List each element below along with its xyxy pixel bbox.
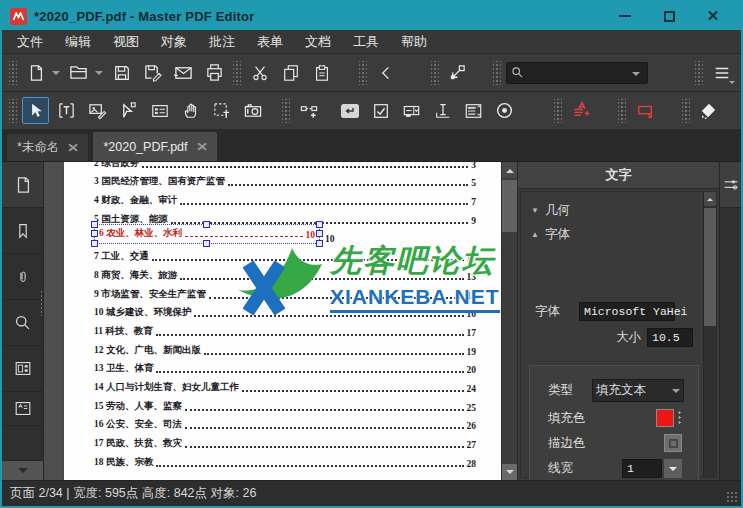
toolbar-grip[interactable] <box>9 99 17 123</box>
panel-scrollbar-thumb[interactable] <box>704 208 716 326</box>
select-area-tool-button[interactable] <box>208 97 235 124</box>
close-button[interactable]: ✕ <box>691 4 735 28</box>
line-width-field[interactable]: 1 <box>622 459 662 478</box>
menu-item[interactable]: 编辑 <box>54 30 102 53</box>
checkbox-tool-button[interactable] <box>367 97 394 124</box>
toolbar-grip[interactable] <box>682 99 690 123</box>
toolbar-grip[interactable] <box>431 61 439 85</box>
new-document-button[interactable] <box>22 59 49 86</box>
scroll-down-button[interactable] <box>502 464 517 480</box>
toc-entry[interactable]: 12 文化、广电、新闻出版19 <box>94 341 476 360</box>
annotate-text-tool-button[interactable] <box>567 97 594 124</box>
toolbar-grip[interactable] <box>359 61 367 85</box>
document-canvas[interactable]: 2 综合政务33 国民经济管理、国有资产监管54 财政、金融、审计75 国土资源… <box>44 162 501 480</box>
push-button-tool-button[interactable] <box>336 97 363 124</box>
section-geometry[interactable]: ▼ 几何 <box>521 198 703 222</box>
selection-handle[interactable] <box>91 240 98 247</box>
section-font[interactable]: ▲ 字体 <box>521 222 703 246</box>
toolbar-grip[interactable] <box>618 99 626 123</box>
snapshot-tool-button[interactable] <box>239 97 266 124</box>
toolbar-grip[interactable] <box>554 99 562 123</box>
bookmarks-button[interactable] <box>2 208 43 254</box>
selection-handle[interactable] <box>91 230 98 237</box>
toolbar-grip[interactable] <box>493 61 501 85</box>
back-button[interactable] <box>372 59 399 86</box>
form-fields-button[interactable] <box>2 346 43 392</box>
scroll-up-button[interactable] <box>502 162 517 178</box>
menu-item[interactable]: 工具 <box>342 30 390 53</box>
toolbar-grip[interactable] <box>695 61 703 85</box>
search-box[interactable] <box>506 62 648 84</box>
tab-untitled[interactable]: *未命名 ✕ <box>6 133 89 161</box>
maximize-button[interactable] <box>647 4 691 28</box>
copy-button[interactable] <box>277 59 304 86</box>
selection-handle[interactable] <box>316 221 323 228</box>
tab-close-icon[interactable]: ✕ <box>67 141 79 155</box>
toc-entry[interactable]: 15 劳动、人事、监察25 <box>94 397 476 416</box>
toc-entry[interactable]: 3 国民经济管理、国有资产监管5 <box>94 173 476 192</box>
menu-item[interactable]: 文件 <box>6 30 54 53</box>
toc-entry[interactable]: 11 科技、教育17 <box>94 322 476 341</box>
font-size-field[interactable]: 10.5 <box>647 328 693 347</box>
sidebar-scroll-down-button[interactable] <box>2 460 43 480</box>
eraser-tool-button[interactable] <box>695 97 722 124</box>
document-scrollbar[interactable] <box>501 162 517 480</box>
toc-entry[interactable]: 13 卫生、体育20 <box>94 360 476 379</box>
menu-item[interactable]: 帮助 <box>390 30 438 53</box>
new-document-dropdown-icon[interactable] <box>52 71 60 79</box>
scrollbar-thumb[interactable] <box>502 180 517 232</box>
open-file-dropdown-icon[interactable] <box>95 71 103 79</box>
combobox-tool-button[interactable] <box>398 97 425 124</box>
menu-item[interactable]: 视图 <box>102 30 150 53</box>
fill-color-swatch[interactable] <box>656 409 674 427</box>
menu-item[interactable]: 表单 <box>246 30 294 53</box>
open-file-button[interactable] <box>65 59 92 86</box>
search-input[interactable] <box>524 66 631 80</box>
radio-button-tool-button[interactable] <box>491 97 518 124</box>
add-link-tool-button[interactable] <box>295 97 322 124</box>
minimize-button[interactable] <box>603 4 647 28</box>
panel-scroll-up-button[interactable] <box>704 192 716 206</box>
menu-item[interactable]: 对象 <box>150 30 198 53</box>
main-menu-button[interactable] <box>708 59 735 86</box>
print-button[interactable] <box>201 59 228 86</box>
stroke-color-swatch[interactable] <box>664 434 682 452</box>
listbox-tool-button[interactable] <box>460 97 487 124</box>
paste-button[interactable] <box>308 59 335 86</box>
edit-path-tool-button[interactable] <box>115 97 142 124</box>
fill-type-select[interactable]: 填充文本 <box>592 379 684 402</box>
properties-tab-button[interactable] <box>720 162 741 208</box>
menu-item[interactable]: 批注 <box>198 30 246 53</box>
toc-entry[interactable]: 14 人口与计划生育、妇女儿童工作24 <box>94 378 476 397</box>
menu-item[interactable]: 文档 <box>294 30 342 53</box>
panel-scrollbar[interactable] <box>703 192 716 477</box>
toolbar-grip[interactable] <box>9 61 17 85</box>
hand-tool-button[interactable] <box>177 97 204 124</box>
pdf-page[interactable]: 2 综合政务33 国民经济管理、国有资产监管54 财政、金融、审计75 国土资源… <box>64 162 501 480</box>
line-width-dropdown-button[interactable] <box>664 459 682 478</box>
search-panel-button[interactable] <box>2 300 43 346</box>
tab-2020-pdf[interactable]: *2020_PDF.pdf ✕ <box>92 131 217 161</box>
font-name-field[interactable]: Microsoft YaHei <box>579 302 675 321</box>
page-thumbnails-button[interactable] <box>2 162 43 208</box>
select-tool-button[interactable] <box>22 97 49 124</box>
toolbar-grip[interactable] <box>282 99 290 123</box>
resize-grip[interactable] <box>726 491 738 503</box>
attachments-button[interactable] <box>2 254 43 300</box>
toolbar-grip[interactable] <box>233 61 241 85</box>
selection-handle[interactable] <box>203 240 210 247</box>
toc-entry[interactable]: 17 民政、扶贫、救灾27 <box>94 434 476 453</box>
color-menu-dots-icon[interactable] <box>677 410 682 426</box>
toc-entry[interactable]: 2 综合政务3 <box>94 162 476 173</box>
fit-page-button[interactable] <box>444 59 471 86</box>
selection-handle[interactable] <box>203 221 210 228</box>
toc-entry[interactable]: 16 公安、安全、司法26 <box>94 416 476 435</box>
toc-entry[interactable]: 4 财政、金融、审计7 <box>94 191 476 210</box>
signatures-button[interactable] <box>2 392 43 426</box>
edit-text-tool-button[interactable] <box>53 97 80 124</box>
edit-form-tool-button[interactable] <box>146 97 173 124</box>
annotate-rectangle-tool-button[interactable] <box>631 97 658 124</box>
save-as-button[interactable] <box>139 59 166 86</box>
edit-image-tool-button[interactable] <box>84 97 111 124</box>
save-button[interactable] <box>108 59 135 86</box>
